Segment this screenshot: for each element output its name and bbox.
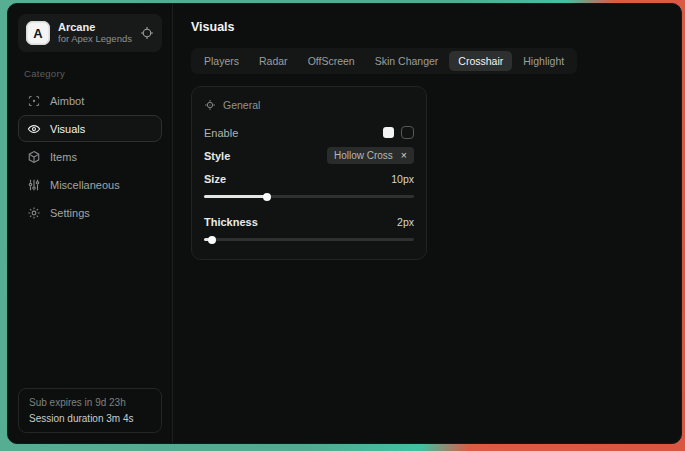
thickness-value: 2px xyxy=(397,216,414,228)
visuals-tabbar: Players Radar OffScreen Skin Changer Cro… xyxy=(191,48,577,74)
size-slider[interactable] xyxy=(204,195,414,198)
enable-row: Enable xyxy=(204,121,414,144)
tab-players[interactable]: Players xyxy=(195,51,248,71)
crosshair-icon xyxy=(204,99,216,111)
panel-header: General xyxy=(204,99,414,111)
sidebar-item-label: Aimbot xyxy=(50,95,84,107)
app-window: A Arcane for Apex Legends Category xyxy=(7,3,682,444)
size-slider-thumb[interactable] xyxy=(263,193,271,201)
style-row: Style Hollow Cross × xyxy=(204,144,414,167)
size-label: Size xyxy=(204,173,226,185)
size-value: 10px xyxy=(391,173,414,185)
scan-target-icon xyxy=(27,94,41,108)
page-title: Visuals xyxy=(191,20,681,34)
remove-style-icon[interactable]: × xyxy=(401,150,407,161)
general-panel: General Enable Style Hollow Cross × xyxy=(191,86,427,260)
color-swatch[interactable] xyxy=(383,127,394,138)
size-row: Size 10px xyxy=(204,167,414,190)
session-duration-text: Session duration 3m 4s xyxy=(29,413,151,424)
style-value-tag[interactable]: Hollow Cross × xyxy=(327,147,414,164)
tab-radar[interactable]: Radar xyxy=(250,51,297,71)
thickness-slider-thumb[interactable] xyxy=(208,236,216,244)
tab-crosshair[interactable]: Crosshair xyxy=(449,51,512,71)
sidebar-item-settings[interactable]: Settings xyxy=(18,199,162,226)
category-label: Category xyxy=(24,68,156,79)
thickness-slider[interactable] xyxy=(204,238,414,241)
sliders-icon xyxy=(27,178,41,192)
size-slider-fill xyxy=(204,195,267,198)
enable-label: Enable xyxy=(204,127,238,139)
eye-icon xyxy=(27,122,41,136)
brand-card: A Arcane for Apex Legends xyxy=(18,14,162,52)
sidebar-item-miscellaneous[interactable]: Miscellaneous xyxy=(18,171,162,198)
sidebar-item-items[interactable]: Items xyxy=(18,143,162,170)
backdrop: A Arcane for Apex Legends Category xyxy=(0,0,685,451)
style-value: Hollow Cross xyxy=(334,150,393,161)
sidebar-nav: Aimbot Visuals xyxy=(8,87,172,226)
sidebar-item-label: Settings xyxy=(50,207,90,219)
sidebar-item-label: Miscellaneous xyxy=(50,179,120,191)
sidebar: A Arcane for Apex Legends Category xyxy=(8,4,173,443)
thickness-label: Thickness xyxy=(204,216,258,228)
sidebar-item-label: Items xyxy=(50,151,77,163)
sidebar-item-label: Visuals xyxy=(50,123,85,135)
gear-icon xyxy=(27,206,41,220)
brand-text: Arcane for Apex Legends xyxy=(58,21,132,46)
panel-title: General xyxy=(223,99,260,111)
sub-expiry-text: Sub expires in 9d 23h xyxy=(29,397,151,408)
style-label: Style xyxy=(204,150,230,162)
scope-icon[interactable] xyxy=(140,26,154,40)
sidebar-item-aimbot[interactable]: Aimbot xyxy=(18,87,162,114)
tab-skin-changer[interactable]: Skin Changer xyxy=(366,51,448,71)
brand-subtitle: for Apex Legends xyxy=(58,34,132,45)
app-logo: A xyxy=(26,21,50,45)
tab-offscreen[interactable]: OffScreen xyxy=(299,51,364,71)
sidebar-item-visuals[interactable]: Visuals xyxy=(18,115,162,142)
tab-highlight[interactable]: Highlight xyxy=(514,51,573,71)
subscription-info: Sub expires in 9d 23h Session duration 3… xyxy=(18,388,162,433)
brand-title: Arcane xyxy=(58,21,132,34)
enable-checkbox[interactable] xyxy=(401,126,414,139)
thickness-row: Thickness 2px xyxy=(204,210,414,233)
main-content: Visuals Players Radar OffScreen Skin Cha… xyxy=(173,4,681,443)
box-icon xyxy=(27,150,41,164)
